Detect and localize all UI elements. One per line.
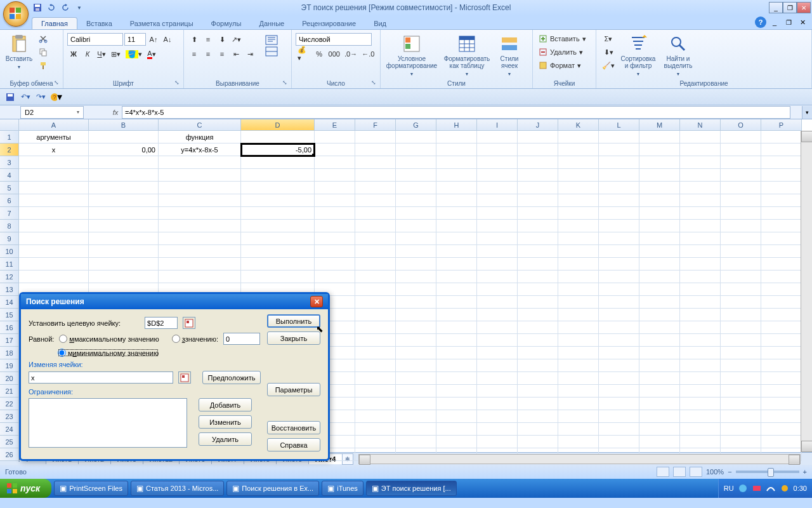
shrink-font-icon[interactable]: A↓: [161, 33, 174, 46]
col-header[interactable]: P: [761, 119, 802, 131]
cell[interactable]: [315, 207, 355, 220]
cell[interactable]: [477, 232, 518, 245]
cell[interactable]: [396, 182, 436, 194]
cell[interactable]: [680, 156, 721, 169]
cell[interactable]: [315, 220, 355, 232]
col-header[interactable]: M: [639, 119, 680, 131]
cell[interactable]: [639, 309, 680, 321]
cell[interactable]: [436, 220, 477, 232]
cell[interactable]: [518, 144, 558, 156]
cell[interactable]: [599, 334, 639, 347]
cell[interactable]: [680, 232, 721, 245]
cell[interactable]: [599, 232, 639, 245]
indent-dec-icon[interactable]: ⇤: [230, 48, 242, 60]
col-header[interactable]: N: [680, 119, 721, 131]
cell[interactable]: [761, 321, 802, 334]
cell[interactable]: функция: [159, 131, 241, 144]
cell[interactable]: [159, 271, 241, 283]
cut-icon[interactable]: [37, 32, 49, 45]
col-header[interactable]: K: [558, 119, 599, 131]
dialog-titlebar[interactable]: Поиск решения ✕: [21, 294, 328, 309]
insert-cells-button[interactable]: Вставить▾: [537, 32, 594, 45]
cell[interactable]: [355, 258, 396, 271]
select-all-corner[interactable]: [0, 119, 19, 131]
cell[interactable]: [518, 347, 558, 359]
cell[interactable]: [159, 169, 241, 182]
col-header[interactable]: O: [721, 119, 761, 131]
tab-formulas[interactable]: Формулы: [202, 18, 251, 29]
cell[interactable]: [558, 144, 599, 156]
font-name-select[interactable]: [67, 33, 123, 46]
cell[interactable]: [159, 220, 241, 232]
cell[interactable]: [518, 436, 558, 448]
cell[interactable]: [315, 232, 355, 245]
row-header[interactable]: 24: [0, 423, 19, 436]
cell[interactable]: [558, 372, 599, 385]
cell[interactable]: [19, 245, 89, 258]
cell[interactable]: [558, 309, 599, 321]
inc-decimal-icon[interactable]: .0→: [343, 48, 359, 60]
value-input[interactable]: [223, 333, 260, 345]
cell[interactable]: [721, 347, 761, 359]
align-expand-icon[interactable]: ⤡: [282, 79, 290, 87]
cell[interactable]: [721, 372, 761, 385]
cell[interactable]: [558, 398, 599, 410]
cell[interactable]: [159, 232, 241, 245]
cell[interactable]: [518, 169, 558, 182]
row-header[interactable]: 26: [0, 448, 19, 461]
tab-review[interactable]: Рецензирование: [293, 18, 365, 29]
cell[interactable]: [396, 131, 436, 144]
cell[interactable]: [355, 182, 396, 194]
cell[interactable]: [680, 321, 721, 334]
cell[interactable]: [639, 410, 680, 423]
cell[interactable]: [19, 156, 89, 169]
cell[interactable]: [680, 309, 721, 321]
cell[interactable]: [355, 220, 396, 232]
ref-picker-icon[interactable]: [178, 371, 191, 384]
cell[interactable]: [721, 410, 761, 423]
formula-expand-icon[interactable]: ▾: [802, 106, 812, 119]
format-cells-button[interactable]: Формат▾: [537, 59, 594, 72]
cell[interactable]: [355, 156, 396, 169]
cell[interactable]: [761, 347, 802, 359]
cell[interactable]: [518, 258, 558, 271]
delete-constraint-button[interactable]: Удалить: [199, 432, 252, 446]
cell[interactable]: [355, 309, 396, 321]
cell[interactable]: [518, 245, 558, 258]
taskbar-item[interactable]: ▣Поиск решения в Ex...: [226, 481, 319, 496]
cell[interactable]: [518, 372, 558, 385]
clipboard-expand-icon[interactable]: ⤡: [54, 79, 62, 87]
cell[interactable]: [89, 182, 159, 194]
cell[interactable]: [518, 156, 558, 169]
cell[interactable]: [680, 258, 721, 271]
cell[interactable]: [639, 182, 680, 194]
cell[interactable]: [558, 410, 599, 423]
cell[interactable]: [639, 131, 680, 144]
cell[interactable]: [436, 423, 477, 436]
cell[interactable]: [639, 271, 680, 283]
row-header[interactable]: 3: [0, 156, 19, 169]
cell[interactable]: [558, 169, 599, 182]
grow-font-icon[interactable]: A↑: [147, 33, 160, 46]
cell[interactable]: [680, 131, 721, 144]
cell[interactable]: [721, 245, 761, 258]
cell[interactable]: [721, 321, 761, 334]
formula-input[interactable]: [122, 106, 790, 119]
edit-constraint-button[interactable]: Изменить: [199, 415, 252, 429]
cell[interactable]: [89, 169, 159, 182]
help-icon[interactable]: ?: [755, 17, 766, 28]
cell[interactable]: [355, 359, 396, 372]
cell[interactable]: [436, 271, 477, 283]
currency-icon[interactable]: 💰▾: [296, 48, 311, 60]
cell[interactable]: [355, 398, 396, 410]
cell[interactable]: [558, 258, 599, 271]
cell[interactable]: [639, 334, 680, 347]
cell[interactable]: [680, 334, 721, 347]
row-header[interactable]: 5: [0, 182, 19, 194]
cell[interactable]: [19, 169, 89, 182]
cell[interactable]: [721, 271, 761, 283]
close-button[interactable]: ✕: [797, 2, 811, 13]
cell[interactable]: [721, 131, 761, 144]
taskbar-item[interactable]: ▣Статья 2013 - Micros...: [131, 481, 224, 496]
cell[interactable]: [680, 398, 721, 410]
